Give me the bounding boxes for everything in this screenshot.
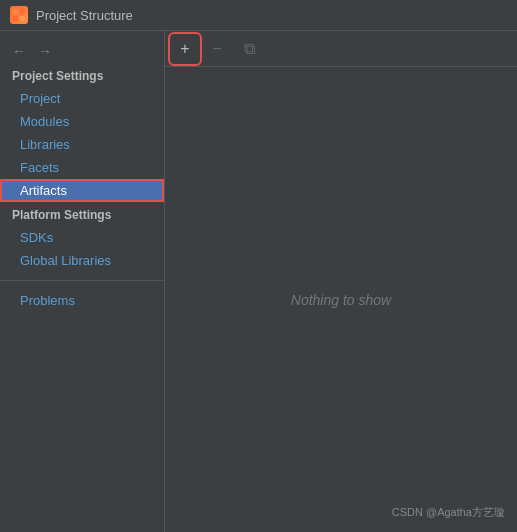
- sidebar-item-global-libraries[interactable]: Global Libraries: [0, 249, 164, 272]
- app-icon: [10, 6, 28, 24]
- sidebar-item-modules[interactable]: Modules: [0, 110, 164, 133]
- project-structure-window: Project Structure ← → Project Settings P…: [0, 0, 517, 532]
- watermark: CSDN @Agatha方艺璇: [392, 505, 505, 520]
- forward-arrow[interactable]: →: [34, 41, 56, 61]
- back-arrow[interactable]: ←: [8, 41, 30, 61]
- add-button[interactable]: +: [171, 35, 199, 63]
- toolbar: + − ⧉: [165, 31, 517, 67]
- sidebar-item-sdks[interactable]: SDKs: [0, 226, 164, 249]
- svg-rect-3: [20, 16, 25, 21]
- header-nav: ← →: [0, 39, 164, 63]
- sidebar-item-artifacts[interactable]: Artifacts: [0, 179, 164, 202]
- copy-button[interactable]: ⧉: [235, 35, 263, 63]
- project-settings-label: Project Settings: [0, 63, 164, 87]
- sidebar-item-libraries[interactable]: Libraries: [0, 133, 164, 156]
- platform-settings-label: Platform Settings: [0, 202, 164, 226]
- window-title: Project Structure: [36, 8, 133, 23]
- svg-rect-1: [20, 9, 25, 14]
- remove-button[interactable]: −: [203, 35, 231, 63]
- svg-rect-2: [13, 16, 18, 21]
- main-content: ← → Project Settings Project Modules Lib…: [0, 31, 517, 532]
- sidebar-divider: [0, 280, 164, 281]
- svg-rect-0: [13, 9, 18, 14]
- sidebar-item-project[interactable]: Project: [0, 87, 164, 110]
- empty-message: Nothing to show: [291, 292, 391, 308]
- title-bar: Project Structure: [0, 0, 517, 31]
- sidebar: ← → Project Settings Project Modules Lib…: [0, 31, 165, 532]
- sidebar-item-facets[interactable]: Facets: [0, 156, 164, 179]
- content-area: Nothing to show: [165, 67, 517, 532]
- sidebar-item-problems[interactable]: Problems: [0, 289, 164, 312]
- right-panel: + − ⧉ Nothing to show: [165, 31, 517, 532]
